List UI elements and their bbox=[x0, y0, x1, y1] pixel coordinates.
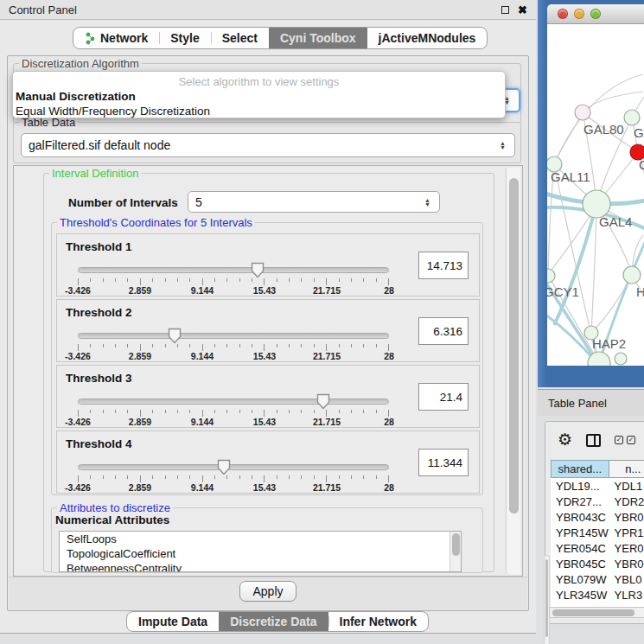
slider-thumb[interactable] bbox=[217, 459, 231, 475]
split-columns-icon[interactable] bbox=[586, 434, 601, 447]
table-cell[interactable]: YBR045C bbox=[551, 556, 609, 571]
network-node[interactable] bbox=[615, 353, 627, 365]
tick-label: 15.43 bbox=[253, 482, 276, 493]
list-item[interactable]: SelfLoops bbox=[60, 532, 461, 546]
table-row[interactable]: YBL079WYBL0 bbox=[551, 571, 644, 587]
table-row[interactable]: YBR043CYBR0 bbox=[551, 509, 644, 525]
gear-icon[interactable]: ⚙ bbox=[558, 431, 572, 449]
threshold-2-slider[interactable]: -3.4262.8599.14415.4321.71528 bbox=[78, 329, 389, 359]
network-canvas[interactable]: GAL80GACGAL11GAL4GCY1HHAP2 bbox=[547, 24, 644, 366]
table-cell[interactable]: YDR2 bbox=[609, 494, 644, 509]
network-node-label: GA bbox=[634, 125, 644, 140]
network-node-label: HAP2 bbox=[592, 336, 626, 351]
threshold-4-slider[interactable]: -3.4262.8599.14415.4321.71528 bbox=[78, 461, 389, 490]
table-cell[interactable]: YBL0 bbox=[609, 571, 644, 587]
thresholds-group: Threshold's Coordinates for 5 Intervals … bbox=[51, 222, 483, 495]
slider-thumb[interactable] bbox=[251, 262, 265, 278]
threshold-4-value-field[interactable]: 11.344 bbox=[418, 449, 469, 476]
apply-button[interactable]: Apply bbox=[239, 581, 296, 602]
zoom-traffic-light[interactable] bbox=[590, 9, 601, 19]
table-data-combobox[interactable]: galFiltered.sif default node ▲▼ bbox=[21, 133, 515, 157]
tick-label: 28 bbox=[384, 417, 394, 427]
number-of-intervals-combobox[interactable]: 5 ▲▼ bbox=[188, 191, 440, 213]
table-cell[interactable]: YDR27... bbox=[551, 494, 609, 509]
network-node[interactable] bbox=[624, 110, 640, 125]
tick-label: 28 bbox=[384, 285, 394, 296]
table-cell[interactable]: YPR145W bbox=[551, 525, 609, 540]
slider-track[interactable] bbox=[78, 399, 389, 405]
table-cell[interactable]: YBR0 bbox=[609, 556, 644, 571]
attributes-scrollbar[interactable] bbox=[450, 532, 461, 571]
tab-cyni-toolbox[interactable]: Cyni Toolbox bbox=[269, 28, 367, 48]
numerical-attributes-list[interactable]: SelfLoops TopologicalCoefficient Between… bbox=[59, 531, 462, 572]
checkbox-icon[interactable]: ✓ bbox=[627, 436, 635, 444]
float-window-icon[interactable] bbox=[501, 6, 509, 14]
table-cell[interactable]: YDL1 bbox=[609, 478, 644, 494]
tick-label: 21.715 bbox=[313, 351, 341, 361]
table-row[interactable]: YDL19...YDL1 bbox=[551, 478, 644, 494]
network-edge[interactable] bbox=[554, 112, 583, 164]
algorithm-option-equal-width[interactable]: Equal Width/Frequency Discretization bbox=[13, 104, 505, 118]
network-node[interactable] bbox=[575, 105, 590, 120]
tick-label: 9.144 bbox=[191, 351, 214, 361]
thresholds-legend: Threshold's Coordinates for 5 Intervals bbox=[57, 216, 255, 229]
slider-thumb[interactable] bbox=[168, 328, 182, 344]
network-view-window: GAL80GACGAL11GAL4GCY1HHAP2 bbox=[538, 0, 644, 387]
tick-label: 21.715 bbox=[313, 482, 341, 493]
tab-network[interactable]: Network bbox=[73, 28, 159, 48]
close-traffic-light[interactable] bbox=[558, 9, 568, 19]
tab-jactivemnodules[interactable]: jActiveMNodules bbox=[367, 28, 488, 48]
table-row[interactable]: YLR345WYLR3 bbox=[551, 587, 644, 603]
panel-scrollbar[interactable] bbox=[506, 168, 520, 574]
network-edge[interactable] bbox=[583, 92, 643, 112]
tick-label: 21.715 bbox=[313, 417, 341, 427]
algorithm-placeholder-option[interactable]: Select algorithm to view settings bbox=[13, 75, 505, 89]
slider-track[interactable] bbox=[78, 464, 389, 470]
table-cell[interactable]: YBR0 bbox=[609, 509, 644, 525]
network-node[interactable] bbox=[623, 266, 641, 284]
threshold-2-value-field[interactable]: 6.316 bbox=[418, 317, 469, 345]
table-cell[interactable]: YLR345W bbox=[551, 587, 609, 603]
checkbox-icon[interactable]: ✓ bbox=[615, 436, 623, 444]
table-panel: ⚙ ✓ ✓ shared... n... YDL19...YDL1YDR27..… bbox=[545, 421, 644, 624]
table-row[interactable]: YPR145WYPR1 bbox=[551, 525, 644, 540]
column-header-name[interactable]: n... bbox=[609, 460, 644, 478]
table-cell[interactable]: YPR1 bbox=[609, 525, 644, 540]
table-row[interactable]: YER054CYER0 bbox=[551, 540, 644, 556]
threshold-3-slider[interactable]: -3.4262.8599.14415.4321.71528 bbox=[78, 395, 389, 424]
column-header-shared-name[interactable]: shared... bbox=[551, 460, 609, 478]
list-item[interactable]: BetweennessCentrality bbox=[60, 561, 461, 572]
network-node[interactable] bbox=[547, 269, 555, 283]
list-item[interactable]: TopologicalCoefficient bbox=[60, 546, 461, 561]
tab-discretize-data[interactable]: Discretize Data bbox=[219, 612, 328, 631]
slider-tick-labels: -3.4262.8599.14415.4321.71528 bbox=[78, 482, 389, 492]
table-cell[interactable]: YDL19... bbox=[551, 478, 609, 494]
tab-infer-network[interactable]: Infer Network bbox=[328, 612, 428, 631]
algorithm-option-manual[interactable]: Manual Discretization bbox=[13, 89, 505, 104]
close-icon[interactable]: ✖ bbox=[518, 6, 527, 14]
threshold-1-slider[interactable]: -3.4262.8599.14415.4321.71528 bbox=[78, 264, 389, 293]
table-cell[interactable]: YLR3 bbox=[609, 587, 644, 603]
table-vertical-scrollbar[interactable] bbox=[544, 555, 550, 644]
minimize-traffic-light[interactable] bbox=[574, 9, 584, 19]
tab-impute-data[interactable]: Impute Data bbox=[127, 612, 219, 631]
table-cell[interactable]: YBR043C bbox=[551, 509, 609, 525]
interval-definition-legend: Interval Definition bbox=[49, 167, 141, 180]
column-checkboxes: ✓ ✓ bbox=[615, 436, 635, 444]
table-row[interactable]: YBR045CYBR0 bbox=[551, 556, 644, 571]
table-header-row: shared... n... bbox=[551, 460, 644, 478]
threshold-1-value-field[interactable]: 14.713 bbox=[418, 252, 469, 279]
threshold-3-value-field[interactable]: 21.4 bbox=[418, 383, 469, 411]
table-horizontal-scrollbar[interactable] bbox=[549, 607, 644, 618]
table-cell[interactable]: YER054C bbox=[551, 540, 609, 556]
table-row[interactable]: YDR27...YDR2 bbox=[551, 494, 644, 509]
table-cell[interactable]: YBL079W bbox=[551, 571, 609, 587]
network-window-titlebar[interactable] bbox=[547, 4, 644, 24]
slider-track[interactable] bbox=[78, 333, 389, 339]
tab-style[interactable]: Style bbox=[159, 28, 210, 48]
slider-thumb[interactable] bbox=[316, 393, 330, 410]
tab-select[interactable]: Select bbox=[211, 28, 269, 48]
network-node-label: GAL4 bbox=[599, 214, 632, 229]
table-cell[interactable]: YER0 bbox=[609, 540, 644, 556]
slider-track[interactable] bbox=[78, 267, 389, 273]
